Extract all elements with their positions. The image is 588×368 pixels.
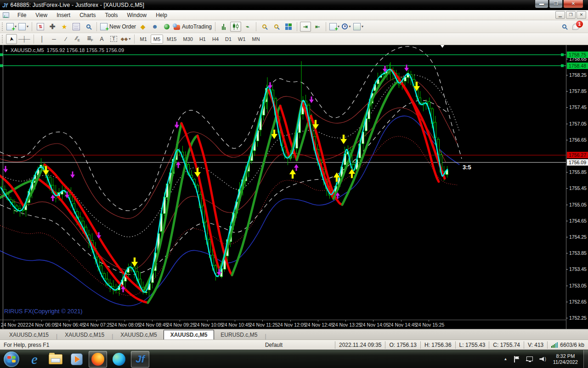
time-tick-label: 24 Nov 07:25	[84, 322, 112, 328]
autotrading-button[interactable]: AutoTrading	[173, 22, 212, 32]
menu-tools[interactable]: Tools	[101, 11, 123, 20]
chart-tab-3[interactable]: XAUUSD.c,M5	[164, 330, 215, 339]
auto-scroll-button[interactable]: ⇥	[300, 22, 311, 32]
horizontal-line-button[interactable]: ─	[49, 34, 60, 44]
collapse-triangle-icon[interactable]: ▼	[5, 49, 8, 53]
channel-button[interactable]: ∕∕E	[73, 34, 84, 44]
hline-handle	[561, 64, 564, 67]
close-button[interactable]: ✕	[563, 0, 583, 8]
periods-button[interactable]: ▾	[341, 22, 352, 32]
taskbar-file-explorer[interactable]	[46, 351, 65, 368]
time-tick-mark	[180, 320, 180, 322]
menu-insert[interactable]: Insert	[52, 11, 75, 20]
terminal-button[interactable]	[71, 22, 82, 32]
magenta-buy-arrow-icon	[51, 195, 56, 201]
fibonacci-button[interactable]: ≣F	[85, 34, 96, 44]
channel-icon: ∕∕E	[76, 35, 80, 42]
chart-tab-2[interactable]: XAUUSD.c,M5	[114, 330, 163, 339]
terminal-notebook-icon	[73, 23, 80, 30]
price-tick: 1753.05	[566, 283, 588, 289]
mdi-minimize-button[interactable]: ▁	[555, 11, 565, 19]
bar-chart-button[interactable]	[218, 22, 229, 32]
new-order-button[interactable]: New Order	[100, 22, 136, 32]
ratio-label: 3:5	[463, 164, 471, 171]
taskbar-metatrader[interactable]: Jf	[131, 351, 149, 368]
strategy-tester-button[interactable]	[83, 22, 94, 32]
taskbar-internet-explorer[interactable]: e	[25, 351, 44, 368]
price-scale[interactable]: 1758.651758.251757.851757.451757.051756.…	[566, 45, 588, 329]
timeframe-h1-button[interactable]: H1	[197, 34, 209, 44]
tab-separator: |	[264, 333, 267, 339]
timeframe-mn-button[interactable]: MN	[249, 34, 263, 44]
menu-file[interactable]: File	[13, 11, 31, 20]
notifications-button[interactable]: 1	[571, 22, 582, 32]
time-tick-mark	[429, 320, 429, 322]
candlestick-chart-button[interactable]	[230, 22, 241, 32]
candlesticks	[1, 63, 448, 297]
text-label-icon: T	[110, 36, 117, 42]
navigator-button[interactable]: ★	[59, 22, 70, 32]
start-button[interactable]	[4, 351, 19, 367]
action-center-flag-icon[interactable]	[514, 356, 520, 362]
mdi-restore-button[interactable]: ❐	[566, 11, 576, 19]
taskbar-media-player[interactable]	[68, 351, 86, 368]
chart-shift-button[interactable]: ⇤	[312, 22, 323, 32]
timeframe-d1-button[interactable]: D1	[222, 34, 234, 44]
metaeditor-button[interactable]: ◆	[137, 22, 148, 32]
chart-tab-4[interactable]: EURUSD.c,M5	[214, 330, 264, 339]
taskbar-edge[interactable]	[110, 351, 128, 368]
network-icon[interactable]	[526, 356, 533, 362]
time-tick-label: 24 Nov 09:25	[167, 322, 195, 328]
status-profile[interactable]: Default	[261, 342, 335, 348]
chart-tab-1[interactable]: XAUUSD.c,M15	[58, 330, 111, 339]
text-button[interactable]: A	[96, 34, 107, 44]
tile-windows-button[interactable]	[283, 22, 294, 32]
timeframe-m30-button[interactable]: M30	[180, 34, 195, 44]
chart-area[interactable]: ▼XAUUSD.c,M5 1755.92 1756.18 1755.75 175…	[0, 45, 588, 329]
time-tick-mark	[69, 320, 69, 322]
menu-window[interactable]: Window	[123, 11, 152, 20]
new-chart-button[interactable]: ▾	[6, 22, 17, 32]
taskbar-firefox[interactable]	[89, 351, 107, 368]
trendline-button[interactable]: ∕	[61, 34, 72, 44]
time-tick-label: 24 Nov 14:05	[360, 322, 389, 328]
line-chart-button[interactable]: ⌁	[242, 22, 253, 32]
vertical-line-button[interactable]: │	[37, 34, 48, 44]
show-hidden-icons-button[interactable]: ▲	[500, 357, 511, 361]
status-open: O: 1756.13	[385, 342, 420, 348]
mdi-close-button[interactable]: ✕	[577, 11, 586, 19]
profiles-button[interactable]: ▾	[18, 22, 29, 32]
timeframe-w1-button[interactable]: W1	[235, 34, 249, 44]
experts-button[interactable]: ☻	[149, 22, 160, 32]
search-button[interactable]	[559, 22, 570, 32]
signals-button[interactable]	[161, 22, 172, 32]
price-tick: 1755.45	[566, 185, 588, 191]
text-label-button[interactable]: T	[108, 34, 119, 44]
price-chart[interactable]	[0, 45, 566, 320]
timeframe-h4-button[interactable]: H4	[209, 34, 221, 44]
chart-tab-0[interactable]: XAUUSD.c,M15	[3, 330, 55, 339]
menu-charts[interactable]: Charts	[75, 11, 100, 20]
show-desktop-button[interactable]	[583, 350, 588, 368]
menu-help[interactable]: Help	[151, 11, 172, 20]
market-watch-button[interactable]: ⇅	[35, 22, 46, 32]
maximize-button[interactable]: ❐	[549, 0, 563, 8]
indicators-button[interactable]: ▾	[329, 22, 340, 32]
crosshair-button[interactable]: ─┼─	[18, 34, 31, 44]
zoom-in-button[interactable]	[259, 22, 270, 32]
timeframe-m5-button[interactable]: M5	[151, 34, 163, 44]
cursor-button[interactable]: ➤	[6, 34, 17, 44]
timeframe-m1-button[interactable]: M1	[137, 34, 150, 44]
yellow-buy-arrow-icon	[289, 169, 296, 179]
zoom-out-button[interactable]	[271, 22, 282, 32]
templates-button[interactable]: ▾	[353, 22, 364, 32]
minimize-button[interactable]: ▬	[535, 0, 548, 8]
arrows-button[interactable]: ◆◆▾	[120, 34, 131, 44]
time-axis[interactable]: 24 Nov 202224 Nov 06:0524 Nov 06:4524 No…	[0, 320, 566, 329]
volume-icon[interactable]: )	[539, 356, 546, 362]
data-window-button[interactable]: ✚	[47, 22, 58, 32]
timeframe-m15-button[interactable]: M15	[164, 34, 179, 44]
menu-view[interactable]: View	[31, 11, 52, 20]
taskbar-clock[interactable]: 8:32 PM 11/24/2022	[553, 353, 578, 365]
signals-icon	[164, 24, 170, 29]
